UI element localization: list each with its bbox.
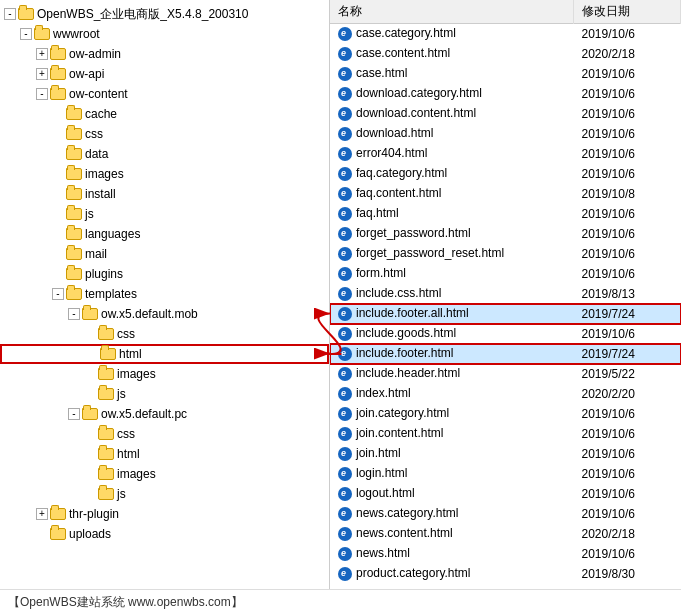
table-row[interactable]: index.html2020/2/20 — [330, 384, 681, 404]
file-tree[interactable]: -OpenWBS_企业电商版_X5.4.8_200310-wwwroot+ow-… — [0, 0, 330, 589]
table-row[interactable]: include.css.html2019/8/13 — [330, 284, 681, 304]
file-date-cell: 2019/8/30 — [574, 564, 681, 584]
tree-item-mob-js[interactable]: js — [0, 384, 329, 404]
tree-item-uploads[interactable]: uploads — [0, 524, 329, 544]
expand-btn-templates[interactable]: - — [52, 288, 64, 300]
folder-icon-cache — [66, 108, 82, 120]
table-row[interactable]: join.content.html2019/10/6 — [330, 424, 681, 444]
table-row[interactable]: join.category.html2019/10/6 — [330, 404, 681, 424]
expand-btn-ow-api[interactable]: + — [36, 68, 48, 80]
table-row[interactable]: news.html2019/10/6 — [330, 544, 681, 564]
tree-item-root[interactable]: -OpenWBS_企业电商版_X5.4.8_200310 — [0, 4, 329, 24]
tree-item-mob-html[interactable]: html — [0, 344, 329, 364]
bottom-bar: 【OpenWBS建站系统 www.openwbs.com】 — [0, 589, 681, 615]
tree-item-css[interactable]: css — [0, 124, 329, 144]
file-name-cell: download.html — [330, 124, 574, 144]
tree-item-mob-images[interactable]: images — [0, 364, 329, 384]
tree-item-ow-content[interactable]: -ow-content — [0, 84, 329, 104]
tree-item-languages[interactable]: languages — [0, 224, 329, 244]
file-name: download.category.html — [356, 86, 482, 100]
table-row[interactable]: faq.content.html2019/10/8 — [330, 184, 681, 204]
tree-item-images[interactable]: images — [0, 164, 329, 184]
tree-label-uploads: uploads — [69, 527, 111, 541]
file-date-cell: 2020/2/18 — [574, 44, 681, 64]
ie-icon — [338, 47, 352, 61]
tree-item-pc-js[interactable]: js — [0, 484, 329, 504]
tree-item-ow.x5.default.mob[interactable]: -ow.x5.default.mob — [0, 304, 329, 324]
file-date-cell: 2020/2/20 — [574, 384, 681, 404]
table-row[interactable]: include.footer.html2019/7/24 — [330, 344, 681, 364]
file-date-cell: 2019/7/24 — [574, 304, 681, 324]
tree-item-install[interactable]: install — [0, 184, 329, 204]
file-list[interactable]: 名称 修改日期 case.category.html2019/10/6case.… — [330, 0, 681, 589]
table-row[interactable]: faq.html2019/10/6 — [330, 204, 681, 224]
expand-btn-ow-admin[interactable]: + — [36, 48, 48, 60]
tree-item-pc-images[interactable]: images — [0, 464, 329, 484]
tree-item-pc-html[interactable]: html — [0, 444, 329, 464]
tree-item-mob-css[interactable]: css — [0, 324, 329, 344]
table-row[interactable]: download.html2019/10/6 — [330, 124, 681, 144]
table-row[interactable]: product.category.html2019/8/30 — [330, 564, 681, 584]
tree-item-templates[interactable]: -templates — [0, 284, 329, 304]
file-name: product.category.html — [356, 566, 471, 580]
file-name-cell: error404.html — [330, 144, 574, 164]
folder-icon-uploads — [50, 528, 66, 540]
folder-icon-css — [66, 128, 82, 140]
table-row[interactable]: login.html2019/10/6 — [330, 464, 681, 484]
table-row[interactable]: logout.html2019/10/6 — [330, 484, 681, 504]
tree-label-ow.x5.default.pc: ow.x5.default.pc — [101, 407, 187, 421]
ie-icon — [338, 287, 352, 301]
table-row[interactable]: news.category.html2019/10/6 — [330, 504, 681, 524]
table-row[interactable]: error404.html2019/10/6 — [330, 144, 681, 164]
ie-icon — [338, 207, 352, 221]
ie-icon — [338, 387, 352, 401]
file-name-cell: index.html — [330, 384, 574, 404]
table-row[interactable]: forget_password_reset.html2019/10/6 — [330, 244, 681, 264]
folder-icon-pc-html — [98, 448, 114, 460]
table-row[interactable]: case.category.html2019/10/6 — [330, 24, 681, 44]
table-row[interactable]: case.content.html2020/2/18 — [330, 44, 681, 64]
tree-item-cache[interactable]: cache — [0, 104, 329, 124]
table-row[interactable]: faq.category.html2019/10/6 — [330, 164, 681, 184]
file-date-cell: 2019/10/6 — [574, 404, 681, 424]
file-date-cell: 2019/10/6 — [574, 24, 681, 44]
table-row[interactable]: include.header.html2019/5/22 — [330, 364, 681, 384]
folder-icon-wwwroot — [34, 28, 50, 40]
ie-icon — [338, 87, 352, 101]
tree-item-plugins[interactable]: plugins — [0, 264, 329, 284]
expand-btn-ow-content[interactable]: - — [36, 88, 48, 100]
table-row[interactable]: form.html2019/10/6 — [330, 264, 681, 284]
table-row[interactable]: include.goods.html2019/10/6 — [330, 324, 681, 344]
expand-btn-ow.x5.default.pc[interactable]: - — [68, 408, 80, 420]
ie-icon — [338, 367, 352, 381]
expand-btn-wwwroot[interactable]: - — [20, 28, 32, 40]
tree-item-data[interactable]: data — [0, 144, 329, 164]
table-row[interactable]: include.footer.all.html2019/7/24 — [330, 304, 681, 324]
tree-item-thr-plugin[interactable]: +thr-plugin — [0, 504, 329, 524]
table-row[interactable]: forget_password.html2019/10/6 — [330, 224, 681, 244]
file-name-cell: include.goods.html — [330, 324, 574, 344]
tree-item-mail[interactable]: mail — [0, 244, 329, 264]
file-date-cell: 2019/10/6 — [574, 544, 681, 564]
tree-item-ow-api[interactable]: +ow-api — [0, 64, 329, 84]
table-row[interactable]: download.category.html2019/10/6 — [330, 84, 681, 104]
expand-btn-ow.x5.default.mob[interactable]: - — [68, 308, 80, 320]
tree-item-ow-admin[interactable]: +ow-admin — [0, 44, 329, 64]
file-name-cell: include.header.html — [330, 364, 574, 384]
tree-item-wwwroot[interactable]: -wwwroot — [0, 24, 329, 44]
tree-label-js: js — [85, 207, 94, 221]
tree-item-ow.x5.default.pc[interactable]: -ow.x5.default.pc — [0, 404, 329, 424]
table-row[interactable]: case.html2019/10/6 — [330, 64, 681, 84]
table-row[interactable]: news.content.html2020/2/18 — [330, 524, 681, 544]
ie-icon — [338, 507, 352, 521]
expand-btn-root[interactable]: - — [4, 8, 16, 20]
tree-item-pc-css[interactable]: css — [0, 424, 329, 444]
file-name-cell: include.css.html — [330, 284, 574, 304]
file-name: download.content.html — [356, 106, 476, 120]
file-table: 名称 修改日期 case.category.html2019/10/6case.… — [330, 0, 681, 584]
expand-btn-thr-plugin[interactable]: + — [36, 508, 48, 520]
tree-item-js[interactable]: js — [0, 204, 329, 224]
tree-label-mail: mail — [85, 247, 107, 261]
table-row[interactable]: join.html2019/10/6 — [330, 444, 681, 464]
table-row[interactable]: download.content.html2019/10/6 — [330, 104, 681, 124]
